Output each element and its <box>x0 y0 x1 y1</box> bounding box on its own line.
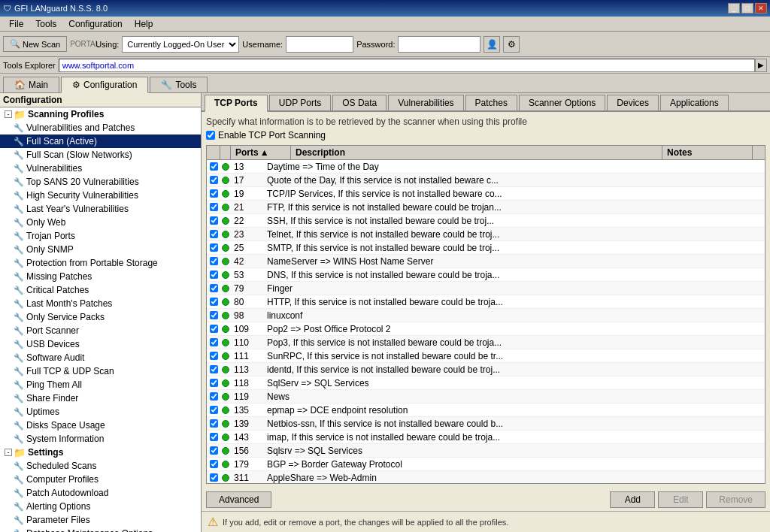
tree-node-uptimes[interactable]: 🔧Uptimes <box>0 405 201 419</box>
port-checkbox-cell[interactable] <box>207 325 220 333</box>
port-check-input[interactable] <box>210 257 218 265</box>
port-check-input[interactable] <box>210 365 218 373</box>
tree-node-scheduled-scans[interactable]: 🔧Scheduled Scans <box>0 459 201 473</box>
port-row[interactable]: 23 Telnet, If this service is not instal… <box>207 228 765 241</box>
port-check-input[interactable] <box>210 203 218 211</box>
tab-devices[interactable]: Devices <box>607 95 659 110</box>
username-input[interactable] <box>286 36 353 53</box>
th-notes[interactable]: Notes <box>662 146 753 159</box>
port-row[interactable]: 25 SMTP, If this service is not installe… <box>207 241 765 255</box>
port-row[interactable]: 139 Netbios-ssn, If this service is not … <box>207 417 765 431</box>
th-ports[interactable]: Ports ▲ <box>231 146 291 159</box>
port-row[interactable]: 156 Sqlsrv => SQL Services <box>207 444 765 458</box>
port-checkbox-cell[interactable] <box>207 473 220 482</box>
tree-node-disk-space[interactable]: 🔧Disks Space Usage <box>0 419 201 432</box>
port-row[interactable]: 110 Pop3, If this service is not install… <box>207 336 765 349</box>
tab-udp-ports[interactable]: UDP Ports <box>269 95 331 110</box>
tree-node-system-info[interactable]: 🔧System Information <box>0 432 201 446</box>
advanced-button[interactable]: Advanced <box>206 491 271 508</box>
password-input[interactable] <box>398 36 480 53</box>
port-checkbox-cell[interactable] <box>207 433 220 441</box>
tree-node-last-year[interactable]: 🔧Last Year's Vulnerabilities <box>0 202 201 216</box>
tree-node-param-files[interactable]: 🔧Parameter Files <box>0 513 201 527</box>
tree-node-full-tcp-udp[interactable]: 🔧Full TCP & UDP Scan <box>0 364 201 378</box>
tree-node-vulnerabilities[interactable]: 🔧Vulnerabilities <box>0 162 201 175</box>
port-check-input[interactable] <box>210 352 218 360</box>
port-row[interactable]: 21 FTP, If this service is not installed… <box>207 201 765 214</box>
tree-node-only-web[interactable]: 🔧Only Web <box>0 216 201 229</box>
close-button[interactable]: ✕ <box>755 3 767 14</box>
port-checkbox-cell[interactable] <box>207 189 220 198</box>
tree-node-missing-patches[interactable]: 🔧Missing Patches <box>0 270 201 283</box>
port-check-input[interactable] <box>210 473 218 482</box>
tree-node-only-service-packs[interactable]: 🔧Only Service Packs <box>0 310 201 324</box>
port-row[interactable]: 119 News <box>207 390 765 404</box>
port-checkbox-cell[interactable] <box>207 243 220 252</box>
tree-toggle-scanning-profiles[interactable]: - <box>5 110 12 118</box>
port-checkbox-cell[interactable] <box>207 162 220 171</box>
port-row[interactable]: 19 TCP/IP Services, If this service is n… <box>207 187 765 201</box>
port-check-input[interactable] <box>210 419 218 428</box>
port-check-input[interactable] <box>210 176 218 184</box>
port-row[interactable]: 179 BGP => Border Gateway Protocol <box>207 458 765 471</box>
port-checkbox-cell[interactable] <box>207 446 220 455</box>
tab-tcp-ports[interactable]: TCP Ports <box>205 95 268 112</box>
port-checkbox-cell[interactable] <box>207 352 220 360</box>
menu-tools[interactable]: Tools <box>29 17 62 31</box>
port-checkbox-cell[interactable] <box>207 379 220 387</box>
port-check-input[interactable] <box>210 406 218 414</box>
port-row[interactable]: 42 NameServer => WINS Host Name Server <box>207 255 765 268</box>
tree-node-high-security[interactable]: 🔧High Security Vulnerabilities <box>0 189 201 202</box>
tree-node-trojan-ports[interactable]: 🔧Trojan Ports <box>0 229 201 243</box>
port-row[interactable]: 109 Pop2 => Post Office Protocol 2 <box>207 322 765 336</box>
menu-configuration[interactable]: Configuration <box>62 17 128 31</box>
port-row[interactable]: 311 AppleShare => Web-Admin <box>207 471 765 483</box>
port-row[interactable]: 53 DNS, If this service is not installed… <box>207 268 765 282</box>
tab-patches[interactable]: Patches <box>465 95 517 110</box>
tree-node-patch-auto[interactable]: 🔧Patch Autodownload <box>0 486 201 500</box>
tools-explorer-input[interactable] <box>59 59 755 72</box>
add-button[interactable]: Add <box>610 491 655 508</box>
port-check-input[interactable] <box>210 298 218 306</box>
port-checkbox-cell[interactable] <box>207 257 220 265</box>
port-row[interactable]: 98 linuxconf <box>207 309 765 322</box>
th-desc[interactable]: Description <box>291 146 662 159</box>
tree-node-port-scanner[interactable]: 🔧Port Scanner <box>0 324 201 337</box>
tree-node-settings[interactable]: -📁Settings <box>0 446 201 459</box>
port-row[interactable]: 79 Finger <box>207 282 765 295</box>
tree-toggle-settings[interactable]: - <box>5 449 12 456</box>
port-check-input[interactable] <box>210 243 218 252</box>
port-check-input[interactable] <box>210 230 218 238</box>
port-checkbox-cell[interactable] <box>207 176 220 184</box>
port-check-input[interactable] <box>210 379 218 387</box>
port-checkbox-cell[interactable] <box>207 338 220 346</box>
port-row[interactable]: 17 Quote of the Day, If this service is … <box>207 174 765 187</box>
port-row[interactable]: 118 SqlServ => SQL Services <box>207 376 765 390</box>
tree-node-vuln-patches[interactable]: 🔧Vulnerabilities and Patches <box>0 121 201 135</box>
port-check-input[interactable] <box>210 311 218 319</box>
tab-configuration[interactable]: ⚙ Configuration <box>61 77 148 93</box>
minimize-button[interactable]: _ <box>728 3 740 14</box>
tree-node-share-finder[interactable]: 🔧Share Finder <box>0 391 201 405</box>
port-check-input[interactable] <box>210 433 218 441</box>
tree-node-last-month-patches[interactable]: 🔧Last Month's Patches <box>0 297 201 310</box>
tree-node-scanning-profiles[interactable]: -📁Scanning Profiles <box>0 107 201 121</box>
tab-main[interactable]: 🏠 Main <box>3 77 59 92</box>
port-checkbox-cell[interactable] <box>207 419 220 428</box>
port-check-input[interactable] <box>210 271 218 279</box>
using-select[interactable]: Currently Logged-On User Specific User <box>122 36 239 53</box>
tree-node-top-sans[interactable]: 🔧Top SANS 20 Vulnerabilities <box>0 175 201 189</box>
port-checkbox-cell[interactable] <box>207 284 220 292</box>
user-icon-button[interactable]: 👤 <box>484 36 500 53</box>
tab-scanner-options[interactable]: Scanner Options <box>519 95 605 110</box>
enable-tcp-checkbox[interactable] <box>206 131 215 140</box>
port-row[interactable]: 113 identd, If this service is not insta… <box>207 363 765 376</box>
remove-button[interactable]: Remove <box>706 491 765 508</box>
port-row[interactable]: 13 Daytime => Time of the Day <box>207 160 765 174</box>
port-checkbox-cell[interactable] <box>207 271 220 279</box>
port-check-input[interactable] <box>210 338 218 346</box>
port-check-input[interactable] <box>210 216 218 225</box>
port-check-input[interactable] <box>210 460 218 468</box>
tree-node-db-maintenance[interactable]: 🔧Database Maintenance Options <box>0 527 201 532</box>
tab-tools[interactable]: 🔧 Tools <box>150 77 208 92</box>
